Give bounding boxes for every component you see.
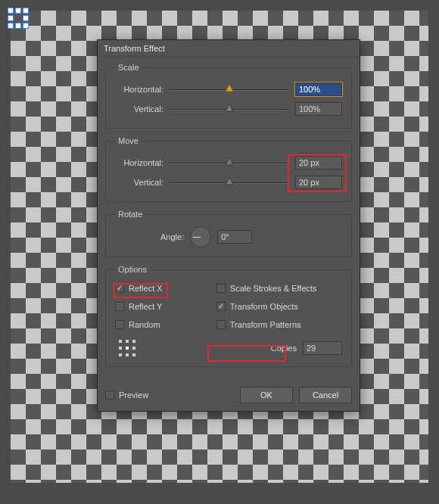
- transform-patterns-label: Transform Patterns: [230, 320, 301, 329]
- svg-rect-12: [132, 353, 135, 356]
- svg-rect-9: [132, 347, 135, 350]
- reference-point-grid[interactable]: [118, 339, 136, 357]
- slider-thumb-icon: [225, 103, 234, 112]
- svg-rect-10: [119, 353, 122, 356]
- preview-label: Preview: [119, 390, 148, 400]
- rotate-angle-label: Angle:: [160, 232, 184, 241]
- checkbox-icon: [105, 390, 114, 400]
- resize-handle[interactable]: [8, 16, 13, 20]
- preview-checkbox[interactable]: Preview: [105, 388, 148, 402]
- resize-handle[interactable]: [16, 8, 20, 13]
- reflect-x-label: Reflect X: [129, 284, 163, 293]
- selected-square[interactable]: [11, 11, 26, 26]
- slider-thumb-icon: [225, 83, 234, 92]
- resize-handle[interactable]: [23, 16, 28, 20]
- move-vertical-label: Vertical:: [115, 178, 163, 187]
- slider-thumb-icon: [225, 176, 234, 185]
- random-label: Random: [129, 320, 160, 329]
- grid-icon: [118, 339, 136, 357]
- scale-vertical-slider[interactable]: [170, 105, 289, 113]
- svg-marker-3: [226, 177, 233, 185]
- scale-horizontal-slider[interactable]: [170, 86, 289, 93]
- slider-thumb-icon: [225, 157, 234, 166]
- move-legend: Move: [115, 136, 142, 145]
- svg-rect-8: [126, 347, 129, 350]
- scale-strokes-checkbox[interactable]: Scale Strokes & Effects: [216, 282, 342, 295]
- svg-rect-5: [126, 340, 129, 343]
- scale-horizontal-input[interactable]: 100%: [295, 82, 342, 96]
- scale-group: Scale Horizontal: 100% Vertical:: [105, 63, 352, 129]
- transform-objects-label: Transform Objects: [230, 302, 298, 311]
- random-checkbox[interactable]: Random: [115, 318, 212, 331]
- scale-strokes-label: Scale Strokes & Effects: [230, 284, 317, 293]
- reflect-y-checkbox[interactable]: Reflect Y: [115, 300, 212, 313]
- move-vertical-slider[interactable]: [170, 179, 289, 186]
- rotate-legend: Rotate: [115, 210, 145, 219]
- angle-dial[interactable]: [190, 226, 211, 247]
- transform-patterns-checkbox[interactable]: Transform Patterns: [216, 318, 342, 331]
- scale-vertical-label: Vertical:: [115, 104, 163, 114]
- scale-horizontal-label: Horizontal:: [115, 85, 163, 94]
- scale-vertical-input[interactable]: 100%: [295, 102, 342, 116]
- svg-rect-4: [119, 340, 122, 343]
- transform-objects-checkbox[interactable]: Transform Objects: [216, 300, 342, 313]
- dialog-title[interactable]: Transform Effect: [98, 40, 360, 57]
- scale-legend: Scale: [115, 63, 142, 72]
- checkbox-icon: [216, 320, 226, 329]
- move-horizontal-input[interactable]: 20 px: [295, 156, 342, 170]
- move-vertical-input[interactable]: 20 px: [295, 176, 342, 189]
- svg-marker-1: [226, 104, 233, 111]
- svg-marker-2: [226, 157, 233, 165]
- resize-handle[interactable]: [23, 23, 28, 28]
- transform-effect-dialog: Transform Effect Scale Horizontal: 100% …: [97, 39, 360, 412]
- rotate-angle-input[interactable]: 0°: [217, 230, 252, 244]
- resize-handle[interactable]: [8, 23, 13, 28]
- ok-button[interactable]: OK: [240, 387, 293, 403]
- copies-label: Copies: [271, 344, 297, 353]
- resize-handle[interactable]: [23, 8, 28, 13]
- checkbox-icon: [115, 320, 124, 329]
- svg-rect-6: [132, 340, 135, 343]
- options-group: Options Reflect X Scale Strokes & Effect…: [105, 265, 352, 367]
- move-horizontal-label: Horizontal:: [115, 158, 163, 167]
- checkbox-icon: [115, 302, 124, 311]
- svg-rect-7: [119, 347, 122, 350]
- reflect-x-checkbox[interactable]: Reflect X: [115, 282, 212, 295]
- checkbox-icon: [216, 302, 226, 311]
- move-horizontal-slider[interactable]: [170, 159, 289, 166]
- svg-rect-11: [126, 353, 129, 356]
- cancel-button[interactable]: Cancel: [299, 387, 352, 403]
- options-legend: Options: [115, 265, 150, 274]
- resize-handle[interactable]: [16, 23, 20, 28]
- move-group: Move Horizontal: 20 px Vertical:: [105, 136, 352, 202]
- svg-marker-0: [226, 84, 233, 92]
- resize-handle[interactable]: [8, 8, 13, 13]
- reflect-y-label: Reflect Y: [129, 302, 162, 311]
- copies-input[interactable]: 29: [303, 341, 342, 355]
- checkbox-icon: [115, 284, 124, 293]
- rotate-group: Rotate Angle: 0°: [105, 210, 352, 257]
- checkbox-icon: [216, 284, 226, 293]
